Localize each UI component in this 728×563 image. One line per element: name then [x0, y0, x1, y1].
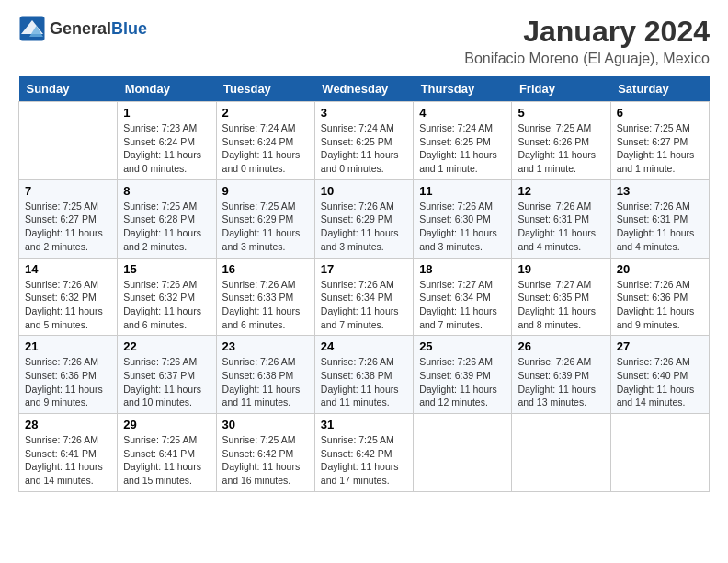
calendar-cell: 12Sunrise: 7:26 AM Sunset: 6:31 PM Dayli…: [512, 179, 610, 258]
day-info: Sunrise: 7:27 AM Sunset: 6:35 PM Dayligh…: [518, 278, 604, 332]
day-number: 17: [321, 262, 407, 276]
day-number: 11: [419, 184, 506, 198]
day-number: 3: [321, 106, 407, 120]
calendar-cell: 11Sunrise: 7:26 AM Sunset: 6:30 PM Dayli…: [414, 179, 512, 258]
day-info: Sunrise: 7:27 AM Sunset: 6:34 PM Dayligh…: [419, 278, 506, 332]
day-number: 22: [123, 339, 210, 353]
calendar-cell: [414, 414, 512, 492]
calendar-cell: 2Sunrise: 7:24 AM Sunset: 6:24 PM Daylig…: [216, 102, 314, 180]
calendar-week-5: 28Sunrise: 7:26 AM Sunset: 6:41 PM Dayli…: [19, 414, 710, 492]
calendar-header-row: SundayMondayTuesdayWednesdayThursdayFrid…: [19, 76, 710, 102]
day-number: 8: [123, 184, 210, 198]
calendar-cell: 28Sunrise: 7:26 AM Sunset: 6:41 PM Dayli…: [19, 414, 118, 492]
calendar-cell: 19Sunrise: 7:27 AM Sunset: 6:35 PM Dayli…: [512, 258, 610, 336]
logo-icon: [18, 15, 46, 42]
header-friday: Friday: [512, 76, 610, 102]
calendar-cell: 25Sunrise: 7:26 AM Sunset: 6:39 PM Dayli…: [414, 336, 512, 414]
day-number: 5: [518, 106, 604, 120]
header-wednesday: Wednesday: [314, 76, 413, 102]
header-tuesday: Tuesday: [216, 76, 314, 102]
day-info: Sunrise: 7:26 AM Sunset: 6:31 PM Dayligh…: [617, 200, 703, 254]
logo-blue-text: Blue: [111, 19, 147, 39]
day-info: Sunrise: 7:26 AM Sunset: 6:36 PM Dayligh…: [25, 355, 111, 409]
calendar-cell: 8Sunrise: 7:25 AM Sunset: 6:28 PM Daylig…: [118, 179, 216, 258]
calendar-cell: 24Sunrise: 7:26 AM Sunset: 6:38 PM Dayli…: [314, 336, 413, 414]
calendar-cell: 16Sunrise: 7:26 AM Sunset: 6:33 PM Dayli…: [216, 258, 314, 336]
day-info: Sunrise: 7:24 AM Sunset: 6:25 PM Dayligh…: [419, 121, 506, 176]
calendar-cell: 31Sunrise: 7:25 AM Sunset: 6:42 PM Dayli…: [314, 414, 413, 492]
day-number: 1: [123, 106, 210, 120]
day-info: Sunrise: 7:26 AM Sunset: 6:34 PM Dayligh…: [321, 278, 407, 332]
day-number: 24: [321, 339, 407, 353]
day-info: Sunrise: 7:26 AM Sunset: 6:37 PM Dayligh…: [123, 355, 210, 409]
day-number: 26: [518, 339, 604, 353]
header-sunday: Sunday: [19, 76, 118, 102]
day-number: 19: [518, 262, 604, 276]
logo: General Blue: [18, 15, 147, 42]
day-number: 4: [419, 106, 506, 120]
day-number: 14: [25, 262, 111, 276]
subtitle: Bonifacio Moreno (El Aguaje), Mexico: [464, 51, 710, 67]
day-number: 31: [321, 418, 407, 431]
day-info: Sunrise: 7:26 AM Sunset: 6:33 PM Dayligh…: [222, 278, 309, 332]
calendar-cell: 30Sunrise: 7:25 AM Sunset: 6:42 PM Dayli…: [216, 414, 314, 492]
day-number: 25: [419, 339, 506, 353]
day-info: Sunrise: 7:24 AM Sunset: 6:25 PM Dayligh…: [321, 121, 407, 176]
day-info: Sunrise: 7:26 AM Sunset: 6:41 PM Dayligh…: [25, 433, 111, 488]
day-number: 9: [222, 184, 309, 198]
calendar-cell: 27Sunrise: 7:26 AM Sunset: 6:40 PM Dayli…: [610, 336, 709, 414]
day-info: Sunrise: 7:26 AM Sunset: 6:38 PM Dayligh…: [321, 355, 407, 409]
day-number: 29: [123, 418, 210, 431]
calendar-cell: 7Sunrise: 7:25 AM Sunset: 6:27 PM Daylig…: [19, 179, 118, 258]
page-header: General Blue January 2024 Bonifacio More…: [18, 15, 710, 67]
day-info: Sunrise: 7:25 AM Sunset: 6:41 PM Dayligh…: [123, 433, 210, 488]
day-number: 20: [617, 262, 703, 276]
calendar-cell: 20Sunrise: 7:26 AM Sunset: 6:36 PM Dayli…: [610, 258, 709, 336]
calendar-cell: 18Sunrise: 7:27 AM Sunset: 6:34 PM Dayli…: [414, 258, 512, 336]
calendar-cell: 22Sunrise: 7:26 AM Sunset: 6:37 PM Dayli…: [118, 336, 216, 414]
header-saturday: Saturday: [610, 76, 709, 102]
day-number: 10: [321, 184, 407, 198]
day-number: 30: [222, 418, 309, 431]
day-number: 15: [123, 262, 210, 276]
calendar-cell: 13Sunrise: 7:26 AM Sunset: 6:31 PM Dayli…: [610, 179, 709, 258]
calendar-cell: 21Sunrise: 7:26 AM Sunset: 6:36 PM Dayli…: [19, 336, 118, 414]
calendar-cell: 17Sunrise: 7:26 AM Sunset: 6:34 PM Dayli…: [314, 258, 413, 336]
day-number: 2: [222, 106, 309, 120]
title-area: January 2024 Bonifacio Moreno (El Aguaje…: [464, 15, 710, 67]
header-monday: Monday: [118, 76, 216, 102]
day-info: Sunrise: 7:26 AM Sunset: 6:29 PM Dayligh…: [321, 200, 407, 254]
calendar-week-2: 7Sunrise: 7:25 AM Sunset: 6:27 PM Daylig…: [19, 179, 710, 258]
day-number: 27: [617, 339, 703, 353]
day-info: Sunrise: 7:25 AM Sunset: 6:28 PM Dayligh…: [123, 200, 210, 254]
day-number: 13: [617, 184, 703, 198]
day-info: Sunrise: 7:26 AM Sunset: 6:40 PM Dayligh…: [617, 355, 703, 409]
day-info: Sunrise: 7:26 AM Sunset: 6:39 PM Dayligh…: [518, 355, 604, 409]
calendar-cell: 5Sunrise: 7:25 AM Sunset: 6:26 PM Daylig…: [512, 102, 610, 180]
day-number: 16: [222, 262, 309, 276]
day-info: Sunrise: 7:26 AM Sunset: 6:38 PM Dayligh…: [222, 355, 309, 409]
day-info: Sunrise: 7:25 AM Sunset: 6:42 PM Dayligh…: [222, 433, 309, 488]
calendar-cell: 6Sunrise: 7:25 AM Sunset: 6:27 PM Daylig…: [610, 102, 709, 180]
calendar-week-1: 1Sunrise: 7:23 AM Sunset: 6:24 PM Daylig…: [19, 102, 710, 180]
day-number: 21: [25, 339, 111, 353]
day-info: Sunrise: 7:26 AM Sunset: 6:32 PM Dayligh…: [123, 278, 210, 332]
day-number: 23: [222, 339, 309, 353]
calendar-cell: 9Sunrise: 7:25 AM Sunset: 6:29 PM Daylig…: [216, 179, 314, 258]
day-info: Sunrise: 7:26 AM Sunset: 6:30 PM Dayligh…: [419, 200, 506, 254]
day-number: 18: [419, 262, 506, 276]
day-info: Sunrise: 7:25 AM Sunset: 6:42 PM Dayligh…: [321, 433, 407, 488]
header-thursday: Thursday: [414, 76, 512, 102]
day-info: Sunrise: 7:23 AM Sunset: 6:24 PM Dayligh…: [123, 121, 210, 176]
calendar-cell: 15Sunrise: 7:26 AM Sunset: 6:32 PM Dayli…: [118, 258, 216, 336]
day-info: Sunrise: 7:24 AM Sunset: 6:24 PM Dayligh…: [222, 121, 309, 176]
day-info: Sunrise: 7:25 AM Sunset: 6:29 PM Dayligh…: [222, 200, 309, 254]
calendar-week-4: 21Sunrise: 7:26 AM Sunset: 6:36 PM Dayli…: [19, 336, 710, 414]
day-info: Sunrise: 7:25 AM Sunset: 6:27 PM Dayligh…: [25, 200, 111, 254]
day-number: 28: [25, 418, 111, 431]
main-title: January 2024: [464, 15, 710, 49]
calendar-cell: 23Sunrise: 7:26 AM Sunset: 6:38 PM Dayli…: [216, 336, 314, 414]
day-info: Sunrise: 7:26 AM Sunset: 6:39 PM Dayligh…: [419, 355, 506, 409]
calendar-table: SundayMondayTuesdayWednesdayThursdayFrid…: [18, 76, 710, 492]
day-number: 7: [25, 184, 111, 198]
